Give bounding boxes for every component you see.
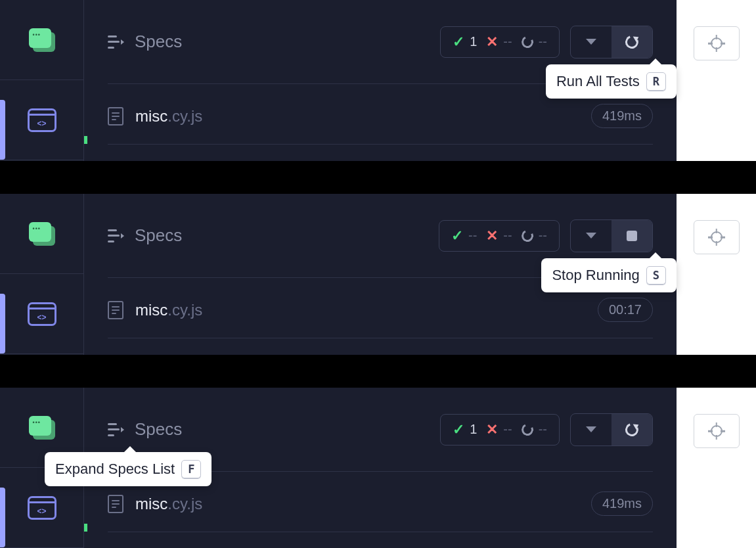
check-icon: ✓ xyxy=(451,227,463,244)
expand-specs-icon[interactable] xyxy=(108,229,124,242)
stat-passed: ✓1 xyxy=(453,34,477,51)
expand-specs-icon[interactable] xyxy=(108,423,124,436)
spec-duration: 00:17 xyxy=(598,298,653,322)
crosshair-icon xyxy=(709,35,724,51)
specs-title[interactable]: Specs xyxy=(135,225,182,246)
right-column xyxy=(677,388,756,548)
sidebar-item-app[interactable]: ••• xyxy=(0,194,84,274)
stat-pending: -- xyxy=(522,228,547,243)
tooltip-text: Expand Specs List xyxy=(55,461,175,478)
cypress-panel-expand: ••• <> Specs ✓1 ✕-- -- misc.cy.j xyxy=(0,388,756,548)
run-controls xyxy=(570,413,653,446)
pending-icon xyxy=(520,34,535,49)
stat-failed: ✕-- xyxy=(486,227,512,244)
specs-title[interactable]: Specs xyxy=(135,32,182,52)
spec-filename: misc.cy.js xyxy=(135,301,202,319)
x-icon: ✕ xyxy=(486,34,498,51)
spec-filename: misc.cy.js xyxy=(135,107,202,126)
check-icon: ✓ xyxy=(453,421,464,438)
stat-pending: -- xyxy=(522,34,547,49)
spec-duration: 419ms xyxy=(591,491,653,516)
main-content: Specs ✓-- ✕-- -- misc.cy.js 00:17 Stop R… xyxy=(84,194,677,355)
right-column xyxy=(677,0,756,161)
cypress-panel-stop: ••• <> Specs ✓-- ✕-- -- misc.cy.js xyxy=(0,194,756,355)
test-stats: ✓1 ✕-- -- xyxy=(440,414,560,445)
chevron-down-icon xyxy=(586,426,596,432)
tooltip-key: F xyxy=(181,460,201,478)
selector-playground-button[interactable] xyxy=(694,414,740,448)
browser-icon: <> xyxy=(28,496,56,520)
run-controls xyxy=(570,219,653,252)
specs-title[interactable]: Specs xyxy=(135,419,182,440)
tooltip-text: Run All Tests xyxy=(556,73,640,90)
selector-playground-button[interactable] xyxy=(694,26,740,60)
main-content: Specs ✓1 ✕-- -- misc.cy.js 419ms Run All… xyxy=(84,0,677,161)
file-icon xyxy=(108,107,123,126)
selector-playground-button[interactable] xyxy=(694,220,740,254)
pending-icon xyxy=(520,422,535,437)
collapse-button[interactable] xyxy=(571,414,611,445)
sidebar-item-specs[interactable]: <> xyxy=(0,80,84,160)
tooltip-expand-specs: Expand Specs List F xyxy=(45,452,211,486)
run-all-button[interactable] xyxy=(611,414,652,445)
crosshair-icon xyxy=(709,229,724,245)
file-icon xyxy=(108,301,123,319)
stat-failed: ✕-- xyxy=(486,421,512,438)
expand-specs-icon[interactable] xyxy=(108,35,124,49)
cypress-panel-run-all: ••• <> Specs ✓1 ✕-- -- mi xyxy=(0,0,756,161)
spec-duration: 419ms xyxy=(591,104,653,128)
run-controls xyxy=(570,26,653,58)
run-all-button[interactable] xyxy=(611,26,652,58)
stop-button[interactable] xyxy=(611,220,652,252)
test-stats: ✓1 ✕-- -- xyxy=(440,26,560,58)
reload-icon xyxy=(623,421,641,438)
right-column xyxy=(677,194,756,355)
crosshair-icon xyxy=(709,423,724,439)
x-icon: ✕ xyxy=(486,421,498,438)
x-icon: ✕ xyxy=(486,227,498,244)
sidebar-item-specs[interactable]: <> xyxy=(0,274,84,354)
collapse-button[interactable] xyxy=(571,26,611,58)
pending-icon xyxy=(520,228,535,243)
chevron-down-icon xyxy=(586,233,596,239)
pass-marker xyxy=(84,136,87,144)
tooltip-key: R xyxy=(646,72,666,91)
file-icon xyxy=(108,495,123,513)
sidebar: ••• <> xyxy=(0,0,84,161)
app-icon: ••• xyxy=(29,28,55,52)
browser-icon: <> xyxy=(28,108,56,132)
collapse-button[interactable] xyxy=(571,220,611,252)
tooltip-key: S xyxy=(646,266,666,285)
browser-icon: <> xyxy=(28,302,56,326)
stat-pending: -- xyxy=(522,422,547,437)
tooltip-text: Stop Running xyxy=(552,267,639,284)
stat-passed: ✓1 xyxy=(453,421,477,438)
main-content: Specs ✓1 ✕-- -- misc.cy.js 419ms Expand … xyxy=(84,388,677,548)
reload-icon xyxy=(623,33,641,51)
sidebar: ••• <> xyxy=(0,194,84,355)
sidebar-item-app[interactable]: ••• xyxy=(0,0,84,80)
stat-passed: ✓-- xyxy=(451,227,477,244)
chevron-down-icon xyxy=(586,39,596,45)
tooltip-run-all: Run All Tests R xyxy=(546,64,677,99)
pass-marker xyxy=(84,524,87,532)
spec-filename: misc.cy.js xyxy=(135,495,202,513)
stop-icon xyxy=(627,231,637,241)
test-stats: ✓-- ✕-- -- xyxy=(439,220,560,252)
stat-failed: ✕-- xyxy=(486,34,512,51)
app-icon: ••• xyxy=(29,416,55,440)
app-icon: ••• xyxy=(29,222,55,246)
check-icon: ✓ xyxy=(453,34,464,51)
tooltip-stop-running: Stop Running S xyxy=(541,258,677,292)
